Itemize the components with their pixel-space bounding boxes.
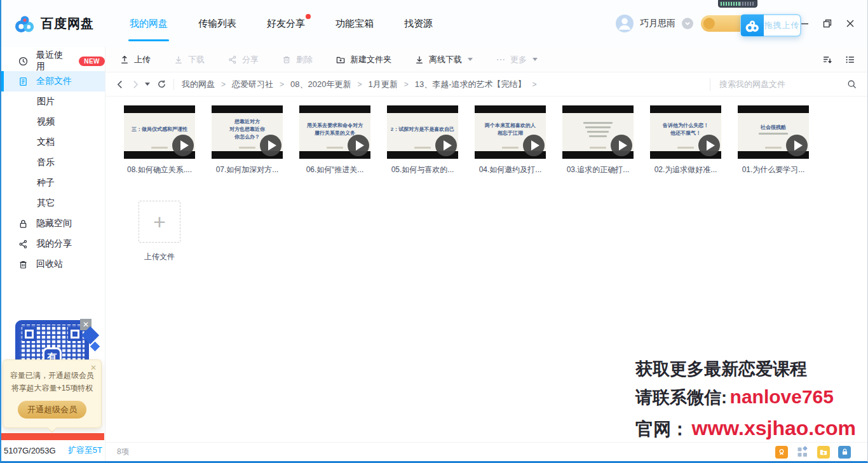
video-thumbnail[interactable]: 两个本来互相喜欢的人相忘于江湖 [475, 105, 546, 159]
file-name: 02.为追求做好准... [654, 164, 717, 175]
video-thumbnail[interactable] [562, 105, 634, 159]
sidebar-item-hidden-space[interactable]: 隐藏空间 [1, 213, 105, 234]
video-thumbnail[interactable]: 用关系去要求和命令对方履行关系里的义务 [299, 105, 370, 159]
thumbnail-watermark [502, 147, 519, 149]
rewards-medal-icon[interactable] [775, 446, 788, 459]
file-card-4[interactable]: 两个本来互相喜欢的人相忘于江湖04.如何邀约及打... [466, 105, 554, 175]
play-icon[interactable] [435, 135, 457, 156]
breadcrumb-item[interactable]: 13、李越-追求的艺术【完结】 [415, 79, 526, 90]
sort-icon[interactable] [822, 54, 833, 65]
sidebar-item-all-files[interactable]: 全部文件 [1, 71, 105, 91]
thumbnail-text: 告诉他为什么失恋！ [663, 123, 709, 129]
file-name: 01.为什么要学习... [742, 164, 805, 175]
close-button[interactable] [842, 15, 858, 32]
video-thumbnail[interactable]: 告诉他为什么失恋！他还不服气！ [650, 105, 721, 159]
tab-3[interactable]: 功能宝箱 [334, 14, 375, 34]
thumbnail-text: 用关系去要求和命令对方 [307, 123, 363, 129]
share-button[interactable]: 分享 [227, 54, 259, 65]
coin-icon [703, 18, 715, 29]
upload-button[interactable]: 上传 [119, 54, 151, 65]
back-icon[interactable] [114, 79, 126, 90]
search-input[interactable] [719, 79, 846, 89]
upload-file-tile[interactable]: +上传文件 [116, 197, 203, 262]
forward-icon[interactable] [130, 79, 141, 90]
avatar[interactable] [616, 15, 634, 32]
system-meter-overlay [718, 0, 757, 8]
capacity-popup-line1: 容量已满，开通超级会员 [10, 369, 95, 382]
thumbnail-blur-text [759, 133, 788, 135]
item-count: 8项 [117, 446, 129, 457]
download-button[interactable]: 下载 [173, 54, 205, 65]
sidebar-item-videos[interactable]: 视频 [1, 112, 105, 132]
capacity-popup-line2: 将享超大容量+15项特权 [10, 382, 95, 394]
file-card-7[interactable]: 社会很残酷01.为什么要学习... [729, 105, 817, 175]
sidebar-item-torrents[interactable]: 种子 [1, 173, 105, 193]
file-card-0[interactable]: 三：做局仪式感和严谨性08.如何确立关系.... [116, 105, 203, 175]
sidebar-item-recent[interactable]: 最近使用NEW [1, 51, 105, 71]
sidebar-item-others[interactable]: 其它 [1, 193, 105, 213]
thumbnail-watermark [151, 147, 168, 149]
play-icon[interactable] [786, 135, 808, 156]
offline-download-button[interactable]: 离线下载 [414, 54, 473, 65]
new-badge: NEW [79, 57, 105, 66]
play-icon[interactable] [172, 135, 194, 156]
header: 百度网盘 我的网盘传输列表好友分享功能宝箱找资源 巧月思雨 [1, 0, 867, 47]
safe-lock-icon[interactable] [838, 446, 851, 459]
play-icon[interactable] [260, 135, 281, 156]
play-icon[interactable] [348, 135, 369, 156]
sidebar-item-label: 种子 [37, 177, 55, 189]
tab-2[interactable]: 好友分享 [266, 14, 306, 34]
drag-upload-widget[interactable]: 拖拽上传 [740, 14, 801, 37]
tab-4[interactable]: 找资源 [403, 14, 434, 34]
play-icon[interactable] [611, 135, 632, 156]
capacity-popup: ✕ 容量已满，开通超级会员 将享超大容量+15项特权 开通超级会员 [3, 359, 102, 428]
file-card-6[interactable]: 告诉他为什么失恋！他还不服气！02.为追求做好准... [642, 105, 729, 175]
file-card-3[interactable]: 2：试探对方是不是喜欢自己05.如何与喜欢的... [379, 105, 466, 175]
tab-1[interactable]: 传输列表 [197, 14, 238, 34]
popup-close-icon[interactable]: ✕ [90, 363, 97, 372]
file-card-1[interactable]: 想靠近对方对方也想靠近你你怎么办？07.如何加深对方... [203, 105, 291, 175]
upload-dropzone[interactable]: + [139, 201, 180, 243]
play-icon[interactable] [523, 135, 545, 156]
expand-storage-link[interactable]: 扩容至5T [68, 445, 102, 456]
delete-button[interactable]: 删除 [281, 54, 313, 65]
open-super-vip-button[interactable]: 开通超级会员 [18, 401, 86, 419]
username[interactable]: 巧月思雨 [640, 18, 675, 29]
sidebar-item-pictures[interactable]: 图片 [1, 91, 105, 112]
file-card-2[interactable]: 用关系去要求和命令对方履行关系里的义务06.如何“推进关... [291, 105, 379, 175]
breadcrumb-item[interactable]: 我的网盘 [182, 79, 215, 90]
sidebar-item-my-shares[interactable]: 我的分享 [1, 234, 105, 254]
video-thumbnail[interactable]: 2：试探对方是不是喜欢自己 [387, 105, 458, 159]
play-triangle [444, 140, 452, 151]
file-card-5[interactable]: 03.追求的正确打... [554, 105, 642, 175]
sidebar-item-label: 我的分享 [36, 238, 72, 250]
more-button[interactable]: 更多 [496, 54, 538, 65]
sidebar-item-recycle-bin[interactable]: 回收站 [1, 254, 105, 274]
refresh-icon[interactable] [156, 79, 167, 90]
restore-button[interactable] [819, 15, 836, 32]
breadcrumb-item[interactable]: 1月更新 [368, 79, 397, 90]
sidebar-item-music[interactable]: 音乐 [1, 152, 105, 173]
play-icon[interactable] [698, 135, 720, 156]
video-thumbnail[interactable]: 社会很残酷 [738, 105, 809, 159]
thumbnail-watermark [677, 147, 694, 149]
vip-badge-icon[interactable] [682, 18, 693, 29]
new-folder-button[interactable]: 新建文件夹 [336, 54, 391, 65]
share-icon [18, 239, 29, 250]
history-caret-icon[interactable] [145, 83, 150, 86]
search-icon[interactable] [846, 79, 857, 90]
caret-down-icon [468, 58, 473, 61]
backup-folder-icon[interactable] [817, 446, 830, 459]
breadcrumb-item[interactable]: 恋爱研习社 [232, 79, 273, 90]
thumbnail-blur-text [583, 122, 613, 124]
video-thumbnail[interactable]: 想靠近对方对方也想靠近你你怎么办？ [212, 105, 283, 159]
video-thumbnail[interactable]: 三：做局仪式感和严谨性 [124, 105, 195, 159]
list-view-icon[interactable] [844, 54, 856, 65]
sidebar-item-documents[interactable]: 文档 [1, 132, 105, 152]
breadcrumb-separator: > [532, 80, 536, 89]
divider [710, 78, 710, 91]
mini-apps-grid-icon[interactable] [796, 446, 809, 459]
tab-0[interactable]: 我的网盘 [128, 14, 169, 34]
main-nav-tabs: 我的网盘传输列表好友分享功能宝箱找资源 [128, 0, 434, 47]
breadcrumb-item[interactable]: 08、2020年更新 [290, 79, 351, 90]
